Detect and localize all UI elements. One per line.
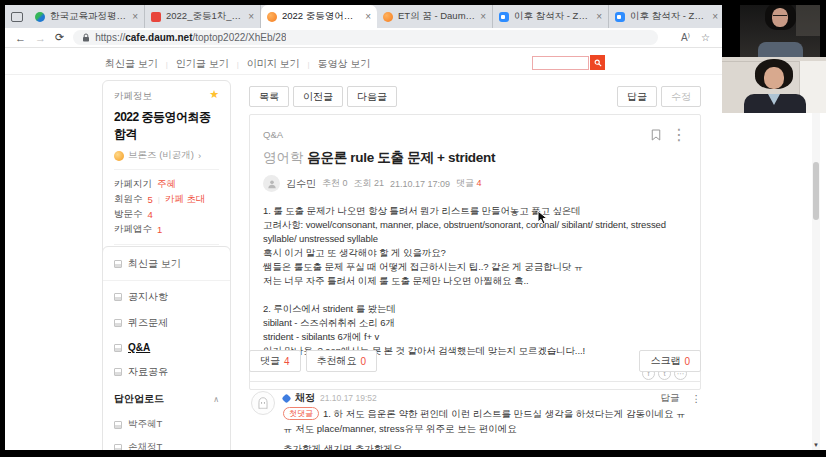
sidebar-item-teacher-1[interactable]: 박주혜T — [103, 413, 230, 436]
prev-post-button[interactable]: 이전글 — [293, 86, 343, 107]
board-icon — [114, 421, 122, 429]
search-button[interactable] — [590, 55, 605, 70]
grade-label: 브론즈 (비공개) — [128, 149, 194, 162]
tab-search-icon[interactable] — [11, 12, 23, 22]
nav-link-images[interactable]: 이미지 보기 — [247, 57, 300, 71]
refresh-icon[interactable]: ⟳ — [55, 31, 64, 44]
divider: | — [158, 195, 160, 204]
person-icon — [267, 179, 277, 189]
more-icon[interactable]: ⋮ — [692, 393, 702, 404]
sidebar-item-share[interactable]: 자료공유 — [103, 359, 230, 385]
screen-border-left — [0, 0, 5, 457]
more-icon[interactable]: ⋮ — [671, 125, 687, 144]
info-row-visits: 방문수 4 — [114, 207, 219, 222]
search-input[interactable] — [532, 56, 589, 70]
board-icon — [114, 319, 122, 327]
close-icon[interactable]: × — [248, 11, 254, 22]
sidebar-item-latest[interactable]: 최신글 보기 — [103, 251, 230, 277]
lock-icon — [82, 33, 90, 42]
screen-border-bottom — [0, 450, 826, 457]
tab-zoom-2[interactable]: 이후 참석자 - Zoom × — [609, 5, 725, 28]
like-button[interactable]: 추천해요 0 — [306, 350, 378, 372]
cafe-menu-card: 최신글 보기 공지사항 퀴즈문제 Q&A 자료공유 — [102, 246, 231, 450]
sidebar-item-teacher-2[interactable]: 손채정T — [103, 436, 230, 450]
participant-face — [764, 67, 784, 89]
tab-label: 2022 중등영어최종합격 | 티 — [282, 10, 360, 23]
close-icon[interactable]: × — [596, 11, 602, 22]
tab-kice[interactable]: 한국교육과정평가원 × — [29, 5, 145, 28]
avatar[interactable] — [263, 175, 280, 192]
row-value[interactable]: 주혜 — [157, 178, 176, 191]
scrollbar-down-icon[interactable]: ▼ — [812, 442, 820, 448]
body-line: sibilant - 스즈쉬쥐취쥐 소리 6개 — [263, 316, 687, 330]
url-domain: cafe.daum.net — [125, 32, 192, 43]
tab-zoom-1[interactable]: 이후 참석자 - Zoom × — [493, 5, 609, 28]
nav-link-videos[interactable]: 동영상 보기 — [318, 57, 371, 71]
tab-pdf[interactable]: 2022_중등1차_교육학 (1).p.. × — [145, 5, 261, 28]
next-post-button[interactable]: 다음글 — [347, 86, 397, 107]
url-field[interactable]: https://cafe.daum.net/toptop2022/XhEb/28 — [73, 30, 658, 45]
tab-daum-cafe-2[interactable]: ET의 꿈 - Daum 카페 × — [377, 5, 493, 28]
avatar[interactable] — [251, 391, 275, 415]
sidebar-item-notice[interactable]: 공지사항 — [103, 284, 230, 310]
row-value: 4 — [148, 209, 153, 220]
post-toolbar: 목록 이전글 다음글 답글 수정 — [249, 86, 701, 107]
arrow-right-icon: › — [198, 150, 201, 161]
divider — [114, 169, 219, 170]
webcam-video-participant-2[interactable] — [722, 57, 826, 113]
cafe-title[interactable]: 2022 중등영어최종합격 — [114, 109, 219, 143]
body-line: 고려사항: vowel/consonant, manner, place, ob… — [263, 218, 687, 246]
post-comment-meta[interactable]: 댓글 4 — [456, 177, 482, 190]
invite-link[interactable]: 카페 초대 — [165, 193, 206, 206]
section-label: 답안업로드 — [114, 392, 164, 406]
bookmark-icon[interactable] — [651, 129, 661, 141]
back-icon[interactable]: ← — [15, 32, 26, 44]
close-icon[interactable]: × — [132, 11, 138, 22]
divider: | — [166, 60, 168, 69]
zoom-video-overlay[interactable] — [722, 0, 826, 113]
favorite-star-icon[interactable]: ★ — [209, 90, 219, 103]
nav-link-latest[interactable]: 최신글 보기 — [105, 57, 158, 71]
body-blank-line — [263, 288, 687, 302]
close-icon[interactable]: × — [365, 11, 371, 22]
board-icon — [114, 368, 122, 376]
close-icon[interactable]: × — [712, 11, 718, 22]
participant-face — [772, 8, 788, 27]
edit-button[interactable]: 수정 — [661, 86, 701, 107]
info-row-apps: 카페앱수 1 — [114, 222, 219, 237]
webcam-video-participant-1[interactable] — [740, 0, 820, 57]
sidebar-item-label: 최신글 보기 — [128, 257, 181, 271]
sidebar-section-upload[interactable]: 답안업로드 ∧ — [103, 385, 230, 413]
nav-link-popular[interactable]: 인기글 보기 — [176, 57, 229, 71]
read-aloud-icon[interactable]: A⁾ — [681, 32, 690, 43]
forward-icon[interactable]: → — [35, 32, 46, 44]
body-line: strident - sibilants 6개에 f+ v — [263, 330, 687, 344]
daum-cafe-favicon-icon — [267, 12, 277, 22]
comment-reply-button[interactable]: 답글 — [661, 392, 680, 405]
button-label: 추천해요 — [317, 354, 357, 368]
chevron-up-icon[interactable]: ∧ — [213, 395, 219, 404]
post-title-prefix: 영어학 — [263, 150, 304, 165]
post-category[interactable]: Q&A — [263, 129, 283, 140]
tab-label: 2022_중등1차_교육학 (1).p.. — [166, 10, 243, 23]
scrollbar-thumb[interactable] — [813, 162, 819, 220]
row-value: 5 — [148, 194, 153, 205]
list-button[interactable]: 목록 — [249, 86, 289, 107]
page-scrollbar[interactable] — [812, 96, 820, 450]
close-icon[interactable]: × — [480, 11, 486, 22]
cafe-info-label: 카페정보 — [114, 90, 152, 103]
background-shelf — [796, 0, 820, 36]
zoom-favicon-icon — [499, 12, 509, 22]
scrap-button[interactable]: 스크랩 0 — [639, 350, 701, 372]
sidebar-item-qna[interactable]: Q&A — [103, 336, 230, 359]
favorite-star-icon[interactable]: ☆ — [701, 32, 710, 43]
cafe-grade[interactable]: 브론즈 (비공개) › — [114, 149, 219, 162]
divider: | — [237, 60, 239, 69]
post-author[interactable]: 김수민 — [286, 177, 316, 191]
comment-author[interactable]: 채정 — [295, 391, 315, 405]
sidebar-item-quiz[interactable]: 퀴즈문제 — [103, 310, 230, 336]
reply-button[interactable]: 답글 — [617, 86, 657, 107]
tab-daum-cafe-active[interactable]: 2022 중등영어최종합격 | 티 × — [261, 5, 377, 28]
sidebar-item-label: 공지사항 — [128, 290, 168, 304]
comments-button[interactable]: 댓글 4 — [249, 350, 301, 372]
